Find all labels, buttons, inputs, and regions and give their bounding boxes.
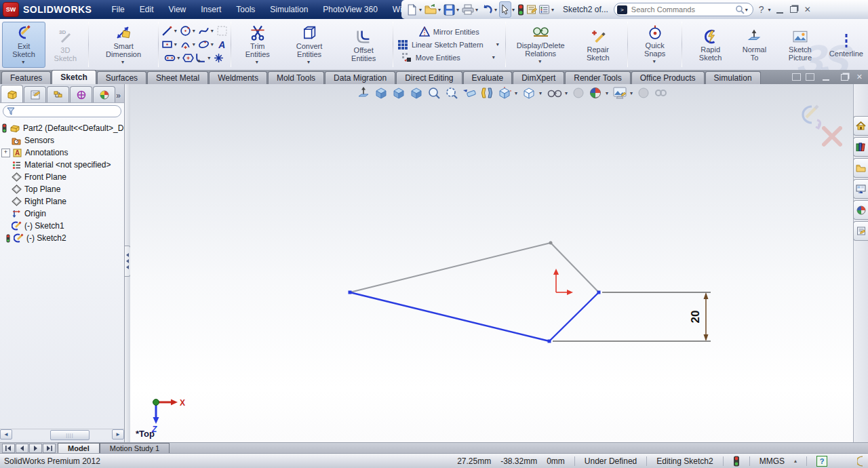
sketch-vertex-left[interactable] bbox=[349, 291, 352, 294]
tab-render-tools[interactable]: Render Tools bbox=[565, 71, 631, 84]
mirror-entities-button[interactable]: Mirror Entities bbox=[419, 26, 479, 37]
fillet-tool[interactable] bbox=[195, 52, 206, 64]
undo-dropdown[interactable]: ▾ bbox=[494, 7, 497, 13]
new-document-button[interactable] bbox=[406, 2, 418, 17]
spline-dropdown[interactable]: ▾ bbox=[211, 28, 214, 34]
sketch-line-blue-right[interactable] bbox=[549, 292, 599, 341]
scroll-track[interactable]: |||| bbox=[12, 430, 112, 439]
save-dropdown[interactable]: ▾ bbox=[456, 7, 459, 13]
rebuild-button[interactable] bbox=[517, 2, 525, 17]
appearances-scenes-tab[interactable] bbox=[853, 200, 868, 220]
scroll-thumb[interactable]: |||| bbox=[50, 430, 90, 440]
scroll-right-button[interactable]: ► bbox=[112, 429, 124, 440]
motion-study-tab[interactable]: Motion Study 1 bbox=[100, 443, 170, 453]
slot-dropdown[interactable]: ▾ bbox=[177, 55, 180, 61]
design-library-tab[interactable] bbox=[853, 137, 868, 157]
sketch-line-gray-right[interactable] bbox=[551, 243, 599, 292]
undo-button[interactable] bbox=[480, 2, 494, 17]
tab-sheet-metal[interactable]: Sheet Metal bbox=[147, 71, 208, 84]
first-tab-button[interactable] bbox=[2, 444, 15, 453]
minimize-button[interactable] bbox=[776, 6, 783, 14]
linear-sketch-pattern-button[interactable]: Linear Sketch Pattern ▾ bbox=[397, 39, 501, 50]
smart-dimension-button[interactable]: Smart Dimension ▾ bbox=[92, 22, 154, 67]
trim-entities-button[interactable]: Trim Entities ▾ bbox=[235, 22, 281, 67]
point-tool[interactable] bbox=[213, 52, 224, 64]
tab-data-migration[interactable]: Data Migration bbox=[325, 71, 395, 84]
model-tab[interactable]: Model bbox=[58, 443, 100, 453]
fillet-dropdown[interactable]: ▾ bbox=[208, 55, 210, 61]
graphics-area[interactable]: ▾ ▾ ▾ ▾ ▾ bbox=[130, 84, 853, 442]
help-dropdown[interactable]: ▾ bbox=[768, 7, 771, 13]
tree-horizontal-scrollbar[interactable]: ◄ |||| ► bbox=[0, 429, 124, 440]
dimension-value[interactable]: 20 bbox=[689, 311, 702, 324]
search-commands-box[interactable]: > ▾ bbox=[614, 3, 753, 16]
file-properties-button[interactable] bbox=[525, 2, 538, 17]
menu-simulation[interactable]: Simulation bbox=[262, 0, 315, 19]
options-button[interactable] bbox=[538, 2, 551, 17]
units-selector[interactable]: MMGS bbox=[760, 456, 785, 466]
tree-item-top-plane[interactable]: Top Plane bbox=[1, 183, 124, 195]
3d-sketch-button[interactable]: 3D 3D Sketch bbox=[45, 26, 85, 63]
quick-tips-button[interactable]: ? bbox=[816, 456, 827, 467]
units-dropdown-arrow[interactable]: ▴ bbox=[794, 458, 797, 464]
menu-tools[interactable]: Tools bbox=[229, 0, 262, 19]
menu-photoview[interactable]: PhotoView 360 bbox=[315, 0, 385, 19]
spline-tool[interactable] bbox=[198, 25, 210, 37]
circle-dropdown[interactable]: ▾ bbox=[193, 28, 195, 34]
arc-tool[interactable] bbox=[180, 39, 191, 50]
rectangle-dropdown[interactable]: ▾ bbox=[174, 41, 177, 47]
ellipse-tool[interactable] bbox=[198, 39, 210, 50]
select-dropdown[interactable]: ▾ bbox=[512, 7, 515, 13]
sketch-vertex-top[interactable] bbox=[549, 241, 553, 245]
tab-surfaces[interactable]: Surfaces bbox=[97, 71, 146, 84]
open-dropdown[interactable]: ▾ bbox=[438, 7, 441, 13]
convert-entities-button[interactable]: Convert Entities ▾ bbox=[281, 22, 338, 67]
tree-item-part2[interactable]: Part2 (Default<<Default>_Displa bbox=[1, 122, 124, 134]
doc-close-button[interactable]: ✕ bbox=[856, 73, 863, 81]
sketch-canvas[interactable]: 20 X Z bbox=[130, 84, 853, 442]
dimxpert-manager-tab[interactable] bbox=[70, 86, 92, 102]
ellipse-dropdown[interactable]: ▾ bbox=[211, 41, 214, 47]
print-button[interactable] bbox=[461, 2, 475, 17]
line-dropdown[interactable]: ▾ bbox=[174, 28, 177, 34]
move-entities-button[interactable]: Move Entities ▾ bbox=[401, 52, 497, 62]
prev-tab-button[interactable] bbox=[16, 444, 28, 453]
custom-properties-tab[interactable] bbox=[853, 221, 868, 241]
expand-plus[interactable]: + bbox=[1, 149, 10, 157]
search-scope-icon[interactable]: > bbox=[617, 5, 627, 14]
save-button[interactable] bbox=[443, 2, 456, 17]
selection-box-tool-disabled[interactable] bbox=[216, 25, 228, 37]
sketch-line-blue-left[interactable] bbox=[350, 292, 549, 341]
tree-item-sketch1[interactable]: (-) Sketch1 bbox=[1, 220, 124, 232]
arc-dropdown[interactable]: ▾ bbox=[193, 41, 195, 47]
line-tool[interactable] bbox=[161, 25, 173, 37]
sketch-vertex-right[interactable] bbox=[597, 291, 601, 294]
display-manager-tab[interactable] bbox=[93, 86, 115, 102]
repair-sketch-button[interactable]: Repair Sketch bbox=[572, 27, 624, 62]
tree-item-right-plane[interactable]: Right Plane bbox=[1, 195, 124, 208]
normal-to-button[interactable]: Normal To bbox=[735, 27, 774, 62]
search-input[interactable] bbox=[630, 5, 735, 14]
scroll-left-button[interactable]: ◄ bbox=[0, 429, 12, 440]
feature-manager-tree-tab[interactable] bbox=[1, 85, 23, 102]
configuration-manager-tab[interactable] bbox=[47, 86, 69, 102]
options-dropdown[interactable]: ▾ bbox=[551, 7, 554, 13]
next-tab-button[interactable] bbox=[29, 444, 42, 453]
tab-mold-tools[interactable]: Mold Tools bbox=[268, 71, 324, 84]
circle-tool[interactable] bbox=[180, 25, 191, 37]
text-tool[interactable]: A bbox=[216, 39, 228, 50]
search-icon[interactable] bbox=[735, 5, 745, 14]
tab-weldments[interactable]: Weldments bbox=[209, 71, 267, 84]
centerline-button[interactable]: Centerline bbox=[827, 31, 866, 58]
tree-item-sensors[interactable]: Sensors bbox=[1, 134, 124, 147]
open-button[interactable] bbox=[424, 2, 437, 17]
sketch-vertex-bottom[interactable] bbox=[548, 340, 551, 343]
tree-item-sketch2[interactable]: (-) Sketch2 bbox=[1, 232, 124, 244]
menu-view[interactable]: View bbox=[161, 0, 193, 19]
doc-restore-button[interactable] bbox=[841, 74, 848, 81]
tab-office-products[interactable]: Office Products bbox=[631, 71, 705, 84]
quick-snaps-button[interactable]: Quick Snaps ▾ bbox=[631, 23, 679, 66]
rapid-sketch-button[interactable]: Rapid Sketch bbox=[686, 27, 734, 62]
file-explorer-tab[interactable] bbox=[853, 158, 868, 178]
tree-item-material[interactable]: Material <not specified> bbox=[1, 159, 124, 171]
